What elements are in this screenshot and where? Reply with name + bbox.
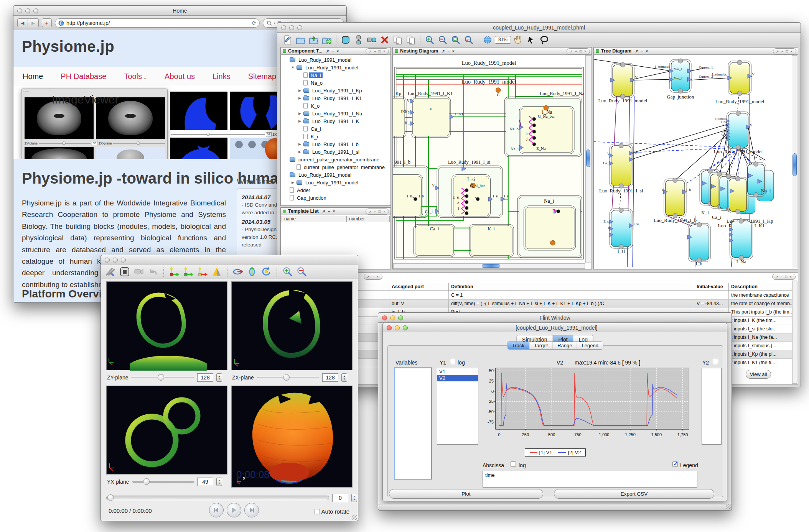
settings-tool-icon[interactable] <box>105 266 116 277</box>
tree-diagram-canvas[interactable]: Luo_Rudy_1991_modelGap_junctionLuo_Rudy_… <box>594 55 791 268</box>
tree-item[interactable]: ▶Luo_Rudy_1991_model <box>282 179 390 186</box>
nav-item-links[interactable]: Links <box>213 72 231 81</box>
tree-item-label[interactable]: current_pulse_generator_membrane <box>302 164 386 170</box>
y2-log-checkbox[interactable] <box>713 359 718 364</box>
yx-plane-stepper[interactable]: ▲▼ <box>216 478 222 486</box>
viewport-3d[interactable]: 0:00:08 <box>231 386 353 488</box>
tree-item-label[interactable]: K_o <box>309 103 321 109</box>
tree-item[interactable]: current_pulse_generator_membrane <box>282 156 390 163</box>
subtab-legend[interactable]: Legend <box>577 342 603 349</box>
tree-item[interactable]: K_i <box>282 133 390 140</box>
zx-plane-slider[interactable] <box>257 377 319 378</box>
rotate-y-icon[interactable] <box>246 266 258 277</box>
slider-knob[interactable] <box>283 374 290 381</box>
expand-arrow-icon[interactable]: ▼ <box>291 66 295 69</box>
tree-item-label[interactable]: Na_o <box>309 80 324 86</box>
resize-grip[interactable] <box>352 515 357 520</box>
y1-log-checkbox[interactable] <box>450 359 455 364</box>
zoom-page-icon[interactable] <box>450 34 461 46</box>
nav-item-tools[interactable]: Tools⌄ <box>124 72 147 81</box>
add-module-icon[interactable] <box>340 34 351 46</box>
collapse-arrow-icon[interactable]: ▶ <box>298 112 302 115</box>
play-button[interactable] <box>227 503 241 517</box>
tree-diagram-titlebar[interactable]: Tree Diagram ↗ − × <box>594 48 798 55</box>
table-header-cell[interactable]: Assigned port <box>389 283 449 291</box>
duplicate-icon[interactable] <box>405 34 417 46</box>
zoom-out-icon[interactable] <box>296 266 307 277</box>
back-button[interactable]: ◀ <box>17 18 28 27</box>
scroll-thumb[interactable] <box>482 264 500 268</box>
tree-item-label[interactable]: Luo_Rudy_1991_I_si <box>311 149 361 155</box>
mini-knob[interactable] <box>137 141 140 145</box>
imageviewer-titlebar[interactable] <box>101 255 358 264</box>
tree-item[interactable]: ▶Luo_Rudy_1991_I_si <box>282 148 390 156</box>
zoom-in-icon[interactable] <box>424 34 435 46</box>
copy-icon[interactable] <box>392 34 404 46</box>
nesting-vscrollbar[interactable] <box>585 55 591 263</box>
tree-item[interactable]: Adder <box>282 186 390 194</box>
tree-item-label[interactable]: Luo_Rudy_1991_model <box>304 65 360 71</box>
tree-item-label[interactable]: Luo_Rudy_1991_I_Kp <box>311 88 363 94</box>
table-header-cell[interactable]: Initial-value <box>694 283 729 291</box>
subtab-target[interactable]: Target <box>529 342 553 349</box>
view-all-button[interactable]: View all <box>746 370 771 379</box>
browser-titlebar[interactable]: Home <box>13 6 346 16</box>
tree-item-label[interactable]: K_i <box>309 134 320 140</box>
rotate-x-icon[interactable] <box>232 266 244 277</box>
tree-item[interactable]: Gap_junction <box>282 194 390 202</box>
tree-item[interactable]: K_o <box>282 102 390 110</box>
viewport-zx[interactable] <box>231 281 353 370</box>
pan-tool-icon[interactable] <box>512 34 524 46</box>
tree-item-label[interactable]: Luo_Rudy_1991_model <box>304 180 360 186</box>
tree-item[interactable]: Luo_Rudy_1991_model <box>282 171 390 179</box>
tree-item[interactable]: ▶Luo_Rudy_1991_I_b <box>282 140 390 148</box>
mini-zy-value[interactable]: 90 <box>92 141 97 145</box>
collapse-arrow-icon[interactable]: ▶ <box>291 181 295 184</box>
tree-item[interactable]: Na_o <box>282 79 390 87</box>
yx-plane-value[interactable]: 49 <box>197 478 213 486</box>
step-back-button[interactable] <box>209 503 224 517</box>
open-folder-icon[interactable] <box>295 34 306 46</box>
mini-value[interactable]: 68 <box>266 132 272 136</box>
collapse-arrow-icon[interactable]: ▶ <box>298 119 302 123</box>
export-csv-button[interactable]: Export CSV <box>554 489 714 499</box>
panel-float-controls[interactable]: ↗ − □ × <box>366 48 389 54</box>
variables-listbox[interactable] <box>395 368 432 479</box>
subtab-range[interactable]: Range <box>553 342 577 349</box>
column-number[interactable]: number <box>346 216 390 222</box>
undo-icon[interactable] <box>147 266 159 277</box>
mini-zy-slider[interactable] <box>39 143 91 144</box>
nav-item-about-us[interactable]: About us <box>165 72 195 81</box>
zoom-in-icon[interactable] <box>282 266 293 277</box>
zx-axis-icon[interactable] <box>183 266 194 277</box>
tree-item[interactable]: Ca_i <box>282 125 390 133</box>
resize-grip[interactable] <box>726 504 731 509</box>
new-tab-button[interactable]: + <box>42 18 52 27</box>
nav-item-sitemap[interactable]: Sitemap <box>248 72 276 81</box>
plot-canvas[interactable]: 50250-25-50-7502505007501,0001,2501,5001… <box>482 366 697 446</box>
tree-item[interactable]: ▼Luo_Rudy_1991_model <box>282 64 390 71</box>
viewport-yx[interactable] <box>106 386 227 475</box>
record-stop-icon[interactable] <box>119 266 130 277</box>
designer-titlebar[interactable]: coupled_Luo_Rudy_1991_model.phml <box>277 23 801 33</box>
tree-item[interactable]: ▶Luo_Rudy_1991_I_Na <box>282 110 390 117</box>
frame-value[interactable]: 0 <box>332 494 348 502</box>
imageviewer-window-controls[interactable] <box>105 258 126 263</box>
nesting-diagram-titlebar[interactable]: Nesting Diagram ↗ − × <box>393 48 592 55</box>
zoom-level-field[interactable]: 81% <box>495 36 511 44</box>
collapse-arrow-icon[interactable]: ▶ <box>298 150 302 154</box>
abscissa-log-checkbox[interactable] <box>511 461 516 467</box>
abscissa-field[interactable]: time <box>483 471 697 488</box>
table-header-cell[interactable]: Definition <box>449 283 694 291</box>
column-name[interactable]: name <box>282 216 346 222</box>
table-row[interactable]: out: Vdiff(V, time) = ( -( I_stimulus + … <box>295 300 795 308</box>
tree-item-label[interactable]: Luo_Rudy_1991_I_b <box>311 141 360 147</box>
projection-icon[interactable] <box>211 266 222 277</box>
mini-knob[interactable] <box>206 133 210 136</box>
legend-checkbox[interactable] <box>672 461 678 467</box>
tree-item-label[interactable]: Luo_Rudy_1991_model <box>297 172 353 178</box>
zy-plane-value[interactable]: 128 <box>197 373 213 382</box>
open-url-icon[interactable] <box>321 34 333 46</box>
delete-icon[interactable] <box>379 34 390 46</box>
zx-plane-stepper[interactable]: ▲▼ <box>341 373 347 382</box>
